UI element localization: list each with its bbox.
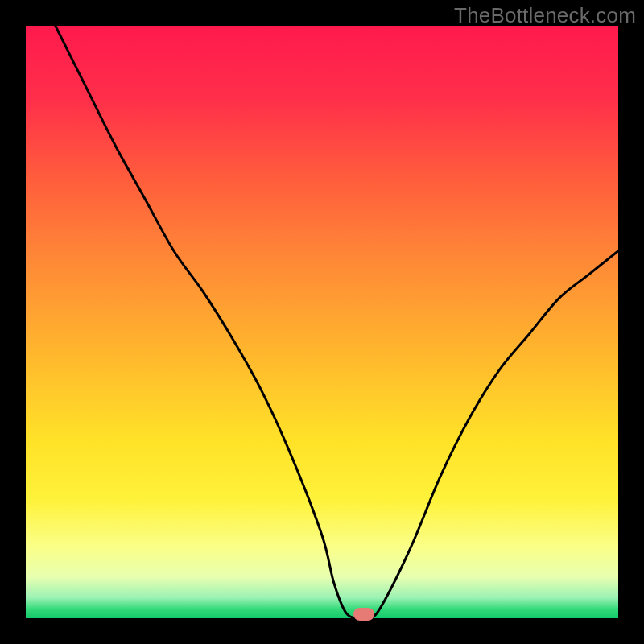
optimum-marker	[353, 608, 374, 621]
svg-rect-0	[26, 26, 618, 618]
background-gradient	[26, 26, 618, 618]
chart-frame: TheBottleneck.com	[0, 0, 644, 644]
watermark: TheBottleneck.com	[454, 3, 636, 28]
plot-area	[26, 26, 618, 618]
